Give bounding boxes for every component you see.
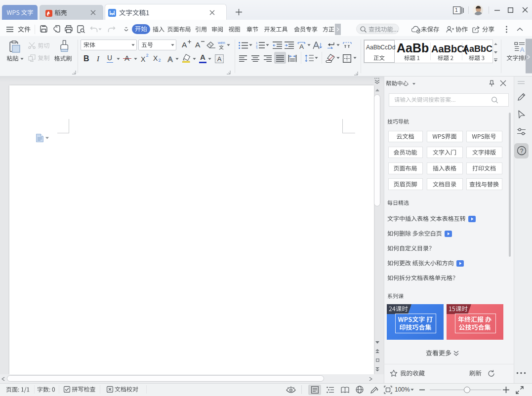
svg-text:A: A [299, 43, 304, 49]
svg-text:A: A [167, 55, 172, 63]
svg-text:3: 3 [256, 47, 258, 49]
svg-text:A: A [217, 55, 222, 63]
svg-text:A: A [520, 46, 525, 52]
svg-text:?: ? [520, 148, 524, 155]
